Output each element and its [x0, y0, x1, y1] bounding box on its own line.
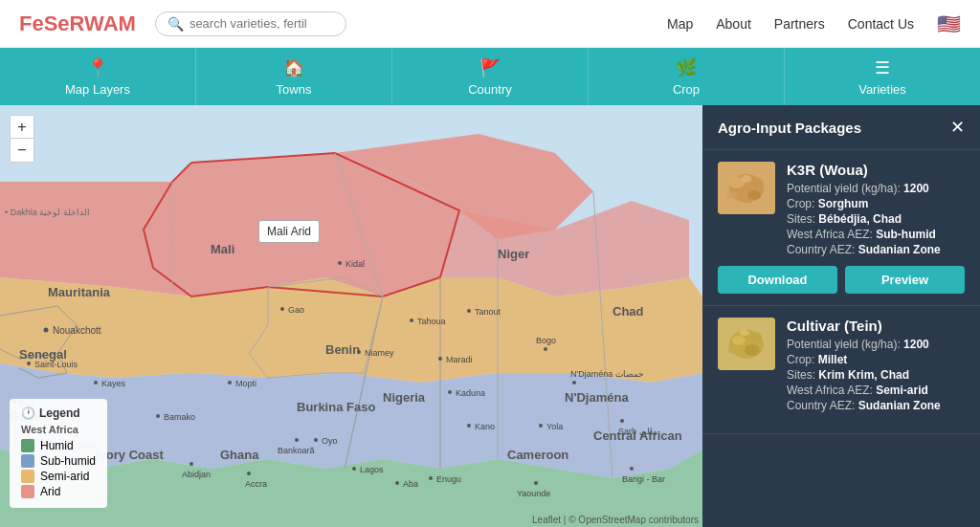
nav-about[interactable]: About — [716, 16, 751, 32]
svg-text:Accra: Accra — [245, 479, 267, 489]
cultivar-wa-aez: West Africa AEZ: Semi-arid — [787, 384, 965, 397]
cultivar-wa-aez-value: Semi-arid — [876, 384, 928, 397]
svg-text:Kaduna: Kaduna — [456, 388, 485, 398]
k3r-actions: Download Preview — [718, 266, 965, 294]
logo-text: FeSeRWAM — [19, 11, 136, 35]
toolbar-map-layers-label: Map Layers — [65, 82, 130, 97]
leaflet-link: Leaflet — [532, 515, 561, 525]
svg-point-90 — [726, 191, 738, 199]
cultivar-yield: Potential yield (kg/ha): 1200 — [787, 338, 965, 351]
svg-point-27 — [44, 328, 49, 333]
k3r-yield-value: 1200 — [903, 182, 929, 195]
k3r-preview-button[interactable]: Preview — [845, 266, 965, 294]
k3r-sites-value: Bébédjia, Chad — [818, 212, 902, 226]
svg-text:Benin: Benin — [325, 342, 360, 357]
cultivar-yield-value: 1200 — [903, 338, 929, 351]
cultivar-name: Cultivar (Tein) — [787, 318, 965, 334]
svg-text:• Dakhla الداخلة لوخية: • Dakhla الداخلة لوخية — [5, 208, 90, 218]
svg-point-95 — [732, 336, 746, 345]
svg-point-98 — [750, 332, 762, 341]
toolbar-towns[interactable]: 🏠 Towns — [196, 48, 392, 105]
humid-swatch — [21, 439, 34, 452]
svg-text:Mopti: Mopti — [235, 379, 256, 388]
svg-point-89 — [747, 190, 761, 200]
map-container[interactable]: Mauritania Mali Niger Chad Senegal Guine… — [0, 105, 702, 527]
card-top-cultivar: Cultivar (Tein) Potential yield (kg/ha):… — [718, 318, 965, 414]
close-panel-button[interactable]: ✕ — [950, 117, 965, 138]
svg-point-49 — [448, 390, 452, 394]
svg-text:Nouakchott: Nouakchott — [53, 325, 101, 336]
svg-text:Burkina Faso: Burkina Faso — [297, 400, 375, 414]
cultivar-country-aez: Country AEZ: Sudanian Zone — [787, 399, 965, 412]
panel-header: Agro-Input Packages ✕ — [702, 105, 980, 150]
nav-partners[interactable]: Partners — [774, 16, 825, 32]
search-input[interactable] — [189, 16, 333, 31]
legend-subtitle: West Africa — [21, 424, 96, 435]
svg-point-83 — [544, 347, 547, 351]
svg-point-35 — [228, 381, 232, 384]
side-panel: Agro-Input Packages ✕ — [702, 105, 980, 527]
package-card-k3r: K3R (Woua) Potential yield (kg/ha): 1200… — [702, 150, 980, 306]
k3r-thumbnail — [718, 162, 775, 214]
svg-text:Gao: Gao — [288, 305, 304, 315]
map-toolbar: 📍 Map Layers 🏠 Towns 🚩 Country 🌿 Crop ☰ … — [0, 48, 980, 105]
svg-point-92 — [742, 175, 751, 183]
country-icon: 🚩 — [479, 57, 501, 78]
toolbar-varieties[interactable]: ☰ Varieties — [785, 48, 980, 105]
subhumid-swatch — [21, 454, 34, 468]
svg-point-99 — [740, 330, 749, 336]
toolbar-towns-label: Towns — [277, 82, 312, 97]
osm-link: OpenStreetMap — [578, 515, 646, 525]
zoom-out-button[interactable]: − — [11, 139, 33, 162]
cultivar-crop: Crop: Millet — [787, 353, 965, 366]
svg-text:Tanout: Tanout — [475, 307, 501, 317]
svg-text:Chad: Chad — [612, 304, 644, 318]
k3r-download-button[interactable]: Download — [718, 266, 837, 294]
legend-title: 🕐 Legend — [21, 406, 96, 420]
nav-map[interactable]: Map — [667, 16, 693, 32]
svg-point-73 — [247, 472, 251, 475]
semiarid-swatch — [21, 470, 34, 483]
toolbar-country[interactable]: 🚩 Country — [392, 48, 589, 105]
map-attribution: Leaflet | © OpenStreetMap contributors — [532, 515, 699, 525]
svg-point-57 — [395, 481, 399, 485]
svg-point-61 — [534, 481, 538, 485]
cultivar-info: Cultivar (Tein) Potential yield (kg/ha):… — [787, 318, 965, 414]
svg-text:Bogo: Bogo — [536, 336, 556, 345]
toolbar-map-layers[interactable]: 📍 Map Layers — [0, 48, 196, 105]
svg-text:Maradi: Maradi — [446, 355, 473, 364]
panel-title: Agro-Input Packages — [718, 120, 861, 136]
svg-text:Bamako: Bamako — [164, 412, 195, 422]
svg-text:Yaounde: Yaounde — [517, 489, 550, 498]
k3r-yield: Potential yield (kg/ha): 1200 — [787, 182, 965, 195]
svg-text:Niamey: Niamey — [365, 348, 394, 358]
svg-text:Lagos: Lagos — [360, 465, 384, 474]
k3r-wa-aez-value: Sub-humid — [876, 228, 936, 241]
language-flag[interactable]: 🇺🇸 — [937, 12, 961, 35]
svg-text:Bankoară: Bankoară — [278, 446, 315, 455]
search-icon: 🔍 — [167, 16, 184, 32]
svg-point-65 — [572, 381, 576, 384]
cultivar-country-aez-value: Sudanian Zone — [858, 399, 941, 412]
subhumid-label: Sub-humid — [40, 454, 96, 468]
svg-point-41 — [410, 318, 413, 322]
legend-semiarid: Semi-arid — [21, 470, 96, 483]
svg-point-47 — [438, 357, 442, 361]
svg-text:Saint-Louis: Saint-Louis — [34, 360, 78, 369]
svg-point-97 — [727, 346, 739, 354]
nav-contact[interactable]: Contact Us — [848, 16, 914, 32]
zoom-in-button[interactable]: + — [11, 116, 33, 139]
zoom-controls[interactable]: + − — [10, 115, 34, 163]
k3r-crop-value: Sorghum — [818, 197, 869, 210]
svg-text:Aba: Aba — [403, 479, 418, 489]
map-tooltip: Mali Arid — [258, 220, 320, 243]
card-top-k3r: K3R (Woua) Potential yield (kg/ha): 1200… — [718, 162, 965, 258]
search-box[interactable]: 🔍 — [155, 11, 346, 36]
svg-point-69 — [630, 467, 634, 471]
arid-swatch — [21, 485, 34, 498]
svg-text:Kayes: Kayes — [101, 379, 126, 388]
crop-icon: 🌿 — [676, 57, 697, 78]
toolbar-crop[interactable]: 🌿 Crop — [589, 48, 785, 105]
semiarid-label: Semi-arid — [40, 470, 89, 483]
svg-text:Sarh مالي: Sarh مالي — [618, 427, 657, 436]
